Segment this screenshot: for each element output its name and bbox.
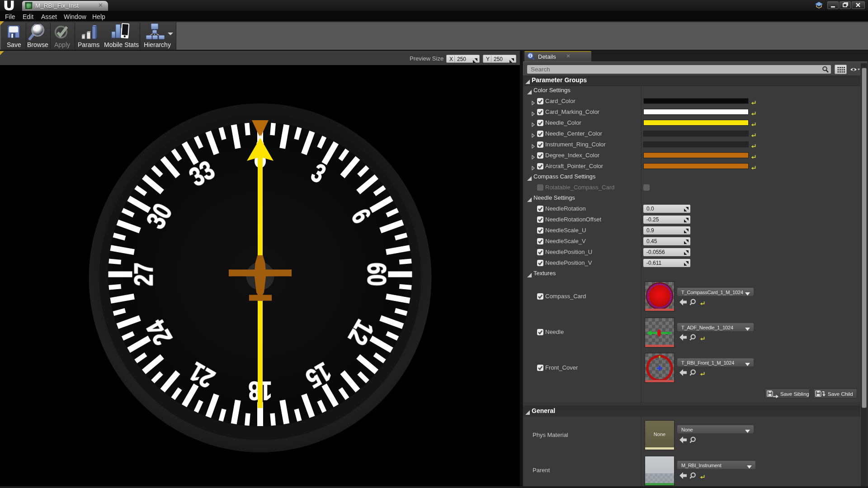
svg-text:09: 09 <box>362 263 392 286</box>
svg-text:27: 27 <box>129 263 158 286</box>
